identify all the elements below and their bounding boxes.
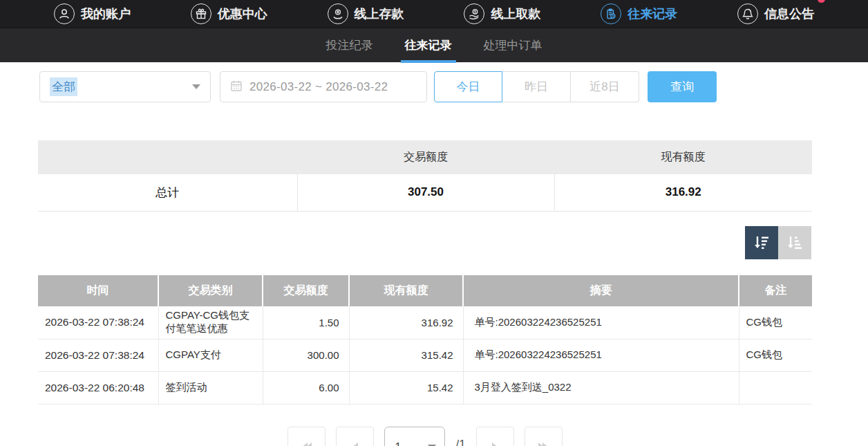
calendar-icon — [230, 80, 243, 95]
nav-item-label: 线上存款 — [355, 6, 404, 22]
date-range-value: 2026-03-22 ~ 2026-03-22 — [249, 80, 388, 94]
col-header-summary: 摘要 — [463, 275, 739, 306]
pagination: 1 /1 — [38, 427, 812, 446]
left-arrow-icon — [352, 443, 358, 446]
deposit-icon — [328, 3, 348, 24]
cell-note — [739, 371, 812, 404]
summary-balance-total: 316.92 — [554, 174, 812, 211]
cell-balance: 315.42 — [349, 339, 463, 371]
summary-header-empty — [38, 140, 297, 174]
today-button[interactable]: 今日 — [434, 71, 502, 102]
cell-type: CGPAY支付 — [158, 339, 263, 371]
button-label: 查询 — [670, 79, 694, 95]
cell-type: 签到活动 — [158, 371, 263, 404]
button-label: 近8日 — [589, 79, 619, 95]
search-button[interactable]: 查询 — [648, 71, 717, 102]
nav-item-online-withdrawal[interactable]: 线上取款 — [464, 3, 540, 24]
nav-item-promotions[interactable]: 优惠中心 — [191, 3, 267, 24]
tab-processing-orders[interactable]: 处理中订单 — [480, 28, 547, 63]
user-icon — [54, 3, 75, 24]
nav-item-label: 我的账户 — [81, 6, 131, 22]
tab-label: 投注纪录 — [326, 37, 373, 53]
nav-item-announcements[interactable]: 信息公告 — [737, 3, 814, 24]
col-header-type: 交易类别 — [158, 275, 263, 306]
yesterday-button[interactable]: 昨日 — [502, 71, 571, 102]
cell-balance: 15.42 — [349, 371, 463, 404]
summary-header-balance: 现有额度 — [554, 140, 812, 174]
button-label: 昨日 — [525, 79, 548, 95]
gift-icon — [191, 3, 211, 24]
double-right-arrow-icon — [538, 443, 549, 446]
records-icon — [601, 3, 621, 24]
summary-total-label: 总计 — [38, 174, 297, 211]
transaction-records-page: 我的账户 优惠中心 线上存款 — [0, 0, 868, 446]
table-row: 2026-03-22 07:38:24 CGPAY-CG钱包支付笔笔送优惠 1.… — [38, 306, 812, 339]
cell-note: CG钱包 — [739, 306, 812, 339]
sort-ascending-button[interactable] — [778, 226, 811, 259]
col-header-note: 备注 — [739, 275, 812, 306]
selected-type-value: 全部 — [50, 77, 77, 96]
summary-transaction-total: 307.50 — [297, 174, 554, 211]
chevron-down-icon — [192, 84, 200, 89]
cell-summary: 3月登入签到送_0322 — [463, 371, 739, 404]
cell-amount: 1.50 — [263, 306, 349, 339]
sort-descending-icon — [753, 234, 771, 252]
col-header-balance: 现有额度 — [349, 275, 463, 306]
top-navigation: 我的账户 优惠中心 线上存款 — [0, 0, 868, 28]
nav-item-transaction-records[interactable]: 往来记录 — [601, 3, 677, 24]
sort-descending-button[interactable] — [745, 226, 778, 259]
bell-icon — [737, 3, 758, 24]
cell-type: CGPAY-CG钱包支付笔笔送优惠 — [158, 306, 263, 339]
sort-ascending-icon — [786, 234, 804, 252]
last-page-button[interactable] — [525, 427, 563, 446]
nav-item-label: 信息公告 — [764, 6, 814, 22]
first-page-button[interactable] — [287, 427, 326, 446]
table-row: 2026-03-22 06:20:48 签到活动 6.00 15.42 3月登入… — [38, 371, 812, 404]
summary-table: 交易额度 现有额度 总计 307.50 316.92 — [38, 140, 812, 212]
next-page-button[interactable] — [476, 427, 514, 446]
cell-time: 2026-03-22 06:20:48 — [38, 371, 158, 404]
notification-badge — [818, 0, 825, 3]
tab-transaction-records[interactable]: 往来记录 — [401, 28, 456, 63]
table-row: 2026-03-22 07:38:24 CGPAY支付 300.00 315.4… — [38, 339, 812, 371]
cell-amount: 300.00 — [263, 339, 349, 371]
tab-label: 往来记录 — [405, 37, 452, 53]
right-arrow-icon — [492, 443, 498, 446]
double-left-arrow-icon — [301, 443, 312, 446]
cell-amount: 6.00 — [263, 371, 349, 404]
nav-item-online-deposit[interactable]: 线上存款 — [328, 3, 404, 24]
tab-betting-records[interactable]: 投注纪录 — [322, 28, 377, 63]
cell-summary: 单号:202603224236525251 — [463, 306, 739, 339]
withdraw-icon — [464, 3, 484, 24]
last-8-days-button[interactable]: 近8日 — [571, 71, 639, 102]
total-pages-label: /1 — [455, 427, 465, 446]
tab-label: 处理中订单 — [484, 37, 542, 53]
nav-item-label: 线上取款 — [491, 6, 540, 22]
nav-item-label: 往来记录 — [628, 6, 677, 22]
cell-time: 2026-03-22 07:38:24 — [38, 339, 158, 371]
cell-summary: 单号:202603224236525251 — [463, 339, 739, 371]
sort-controls — [745, 226, 811, 259]
button-label: 今日 — [457, 79, 480, 95]
cell-note: CG钱包 — [739, 339, 812, 371]
records-tab-bar: 投注纪录 往来记录 处理中订单 — [0, 28, 868, 62]
quick-date-button-group: 今日 昨日 近8日 — [434, 71, 639, 102]
page-number-select[interactable]: 1 — [384, 427, 445, 446]
nav-item-label: 优惠中心 — [218, 6, 267, 22]
date-range-input[interactable]: 2026-03-22 ~ 2026-03-22 — [220, 71, 427, 102]
col-header-time: 时间 — [38, 275, 158, 306]
summary-header-transaction: 交易额度 — [297, 140, 554, 174]
cell-balance: 316.92 — [349, 306, 463, 339]
previous-page-button[interactable] — [336, 427, 374, 446]
cell-time: 2026-03-22 07:38:24 — [38, 306, 158, 339]
records-table: 时间 交易类别 交易额度 现有额度 摘要 备注 2026-03-22 07:38… — [38, 275, 812, 405]
nav-item-my-account[interactable]: 我的账户 — [54, 3, 131, 24]
transaction-type-select[interactable]: 全部 — [39, 71, 211, 102]
summary-total-row: 总计 307.50 316.92 — [38, 174, 812, 211]
current-page-value: 1 — [395, 441, 401, 446]
col-header-amount: 交易额度 — [263, 275, 349, 306]
